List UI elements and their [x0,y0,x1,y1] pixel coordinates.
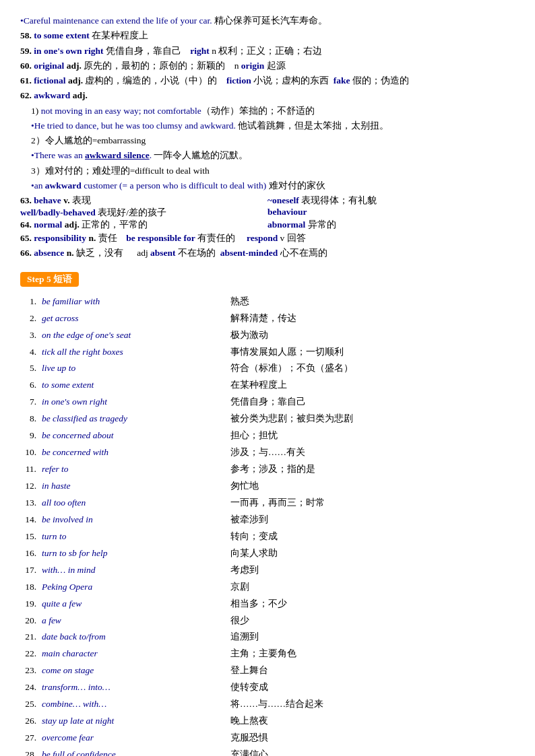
phrase-row-14: 14.be involved in被牵涉到 [20,512,515,528]
awkward-ex2: •There was an awkward silence. 一阵令人尴尬的沉默… [31,148,515,163]
phrase-en: live up to [39,360,228,377]
phrase-en: with… in mind [39,562,228,579]
phrase-num: 9. [20,427,39,444]
phrase-row-21: 21.date back to/from追溯到 [20,629,515,646]
phrase-row-1: 1.be familiar with熟悉 [20,294,515,310]
phrase-cn: 凭借自身；靠自己 [228,394,515,411]
phrase-cn: 事情发展如人愿；一切顺利 [228,344,515,361]
phrase-en: tick all the right boxes [39,344,228,361]
phrase-en: overcome fear [39,730,228,747]
phrase-cn: 向某人求助 [228,545,515,562]
entry-63-row: 63. behave v. 表现 ~oneself 表现得体；有礼貌 [20,195,515,207]
entry-64-col1: 64. normal adj. 正常的，平常的 [20,219,268,231]
phrase-en: be familiar with [39,294,228,310]
phrase-en: in one's own right [39,394,228,411]
phrase-en: turn to [39,528,228,545]
awkward-ex3: •an awkward customer (= a person who is … [31,178,515,193]
phrase-num: 8. [20,411,39,427]
phrase-cn: 转向；变成 [228,528,515,545]
phrase-row-8: 8.be classified as tragedy被分类为悲剧；被归类为悲剧 [20,411,515,427]
phrase-row-26: 26.stay up late at night晚上熬夜 [20,713,515,730]
entry-61: 61. fictional adj. 虚构的，编造的，小说（中）的 fictio… [20,73,515,88]
phrase-cn: 熟悉 [228,294,515,310]
awkward-def1: 1) not moving in an easy way; not comfor… [31,104,515,118]
phrase-cn: 一而再，再而三；时常 [228,495,515,512]
phrase-cn: 追溯到 [228,629,515,646]
phrase-num: 10. [20,444,39,461]
phrase-cn: 很少 [228,613,515,629]
phrase-num: 1. [20,294,39,310]
phrase-row-10: 10.be concerned with涉及；与……有关 [20,444,515,461]
entry-63-col1: 63. behave v. 表现 [20,195,268,207]
phrase-cn: 解释清楚，传达 [228,310,515,327]
phrase-en: in haste [39,478,228,495]
entry-66: 66. absence n. 缺乏，没有 adj absent 不在场的 abs… [20,246,515,261]
phrase-cn: 主角；主要角色 [228,646,515,662]
phrase-en: transform… into… [39,679,228,696]
phrase-row-9: 9.be concerned about担心；担忧 [20,427,515,444]
phrase-en: turn to sb for help [39,545,228,562]
phrase-row-3: 3.on the edge of one's seat极为激动 [20,327,515,344]
phrase-num: 5. [20,360,39,377]
phrase-num: 18. [20,579,39,596]
phrase-num: 28. [20,747,39,756]
phrase-cn: 涉及；与……有关 [228,444,515,461]
phrase-en: be concerned about [39,427,228,444]
phrase-num: 12. [20,478,39,495]
phrase-cn: 参考；涉及；指的是 [228,461,515,478]
phrase-en: be involved in [39,512,228,528]
phrase-num: 7. [20,394,39,411]
phrase-row-28: 28.be full of confidence充满信心 [20,747,515,756]
entry-65: 65. responsibility n. 责任 be responsible … [20,231,515,246]
phrase-row-6: 6.to some extent在某种程度上 [20,377,515,394]
phrase-num: 26. [20,713,39,730]
phrase-num: 13. [20,495,39,512]
entry-63-behaved: well/badly-behaved 表现好/差的孩子 [20,207,268,219]
step5-label: Step 5 短语 [20,272,79,287]
phrase-num: 17. [20,562,39,579]
phrase-cn: 京剧 [228,579,515,596]
phrase-en: Peking Opera [39,579,228,596]
header-example-line: •Careful maintenance can extend the life… [20,13,515,28]
phrase-en: main character [39,646,228,662]
entry-62: 62. awkward adj. [20,88,515,103]
phrase-num: 3. [20,327,39,344]
phrase-row-17: 17.with… in mind考虑到 [20,562,515,579]
phrase-cn: 在某种程度上 [228,377,515,394]
phrase-row-15: 15.turn to转向；变成 [20,528,515,545]
phrase-num: 6. [20,377,39,394]
phrase-row-5: 5.live up to符合（标准）；不负（盛名） [20,360,515,377]
phrase-row-7: 7.in one's own right凭借自身；靠自己 [20,394,515,411]
phrase-row-13: 13.all too often一而再，再而三；时常 [20,495,515,512]
awkward-ex1: •He tried to dance, but he was too clums… [31,118,515,133]
phrase-row-25: 25.combine… with…将……与……结合起来 [20,696,515,713]
phrase-en: quite a few [39,596,228,613]
phrase-cn: 登上舞台 [228,662,515,679]
phrase-num: 4. [20,344,39,361]
phrase-en: combine… with… [39,696,228,713]
phrase-num: 20. [20,613,39,629]
phrase-row-11: 11.refer to参考；涉及；指的是 [20,461,515,478]
phrase-cn: 极为激动 [228,327,515,344]
phrase-num: 2. [20,310,39,327]
phrase-num: 14. [20,512,39,528]
entry-64-col2: abnormal 异常的 [268,219,515,231]
phrase-cn: 符合（标准）；不负（盛名） [228,360,515,377]
phrase-row-20: 20.a few很少 [20,613,515,629]
phrase-cn: 克服恐惧 [228,730,515,747]
entry-63-behaviour: behaviour [268,207,515,219]
phrase-num: 27. [20,730,39,747]
phrase-row-27: 27.overcome fear克服恐惧 [20,730,515,747]
phrase-num: 21. [20,629,39,646]
entry-63-col2: ~oneself 表现得体；有礼貌 [268,195,515,207]
phrase-en: come on stage [39,662,228,679]
phrase-row-24: 24.transform… into…使转变成 [20,679,515,696]
phrase-row-23: 23.come on stage登上舞台 [20,662,515,679]
phrase-cn: 担心；担忧 [228,427,515,444]
phrase-row-18: 18.Peking Opera京剧 [20,579,515,596]
phrase-num: 16. [20,545,39,562]
phrase-cn: 考虑到 [228,562,515,579]
entry-63-row2: well/badly-behaved 表现好/差的孩子 behaviour [20,207,515,219]
phrase-en: be concerned with [39,444,228,461]
phrase-num: 23. [20,662,39,679]
